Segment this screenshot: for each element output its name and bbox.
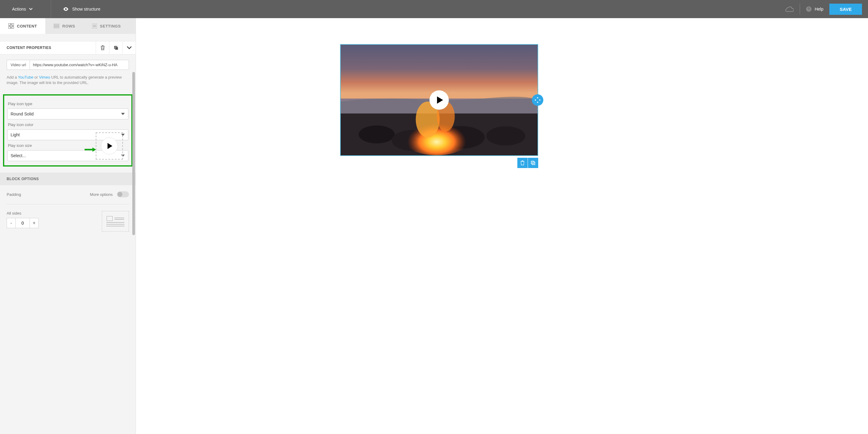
play-icon-circle <box>101 138 118 154</box>
svg-rect-27 <box>532 162 535 165</box>
padding-stepper: - + <box>7 218 39 228</box>
canvas-duplicate-button[interactable] <box>528 158 538 168</box>
padding-label: Padding <box>7 192 21 197</box>
all-sides-label: All sides <box>7 211 39 215</box>
play-icon <box>107 143 112 149</box>
chevron-down-icon <box>127 46 132 49</box>
cloud-save-icon[interactable] <box>785 6 794 12</box>
video-block[interactable] <box>340 44 538 156</box>
tab-rows[interactable]: ROWS <box>45 18 83 34</box>
padding-row: Padding More options <box>7 191 129 204</box>
svg-rect-4 <box>8 27 10 29</box>
svg-rect-7 <box>54 25 59 27</box>
play-icon-color-label: Play icon color <box>8 122 128 127</box>
copy-icon <box>531 161 535 165</box>
help-button[interactable]: ? Help <box>806 6 823 12</box>
svg-rect-5 <box>12 27 14 29</box>
play-icon-preview <box>96 133 123 160</box>
topbar-left: Actions Show structure <box>6 0 100 18</box>
more-options-label: More options <box>90 192 113 197</box>
svg-rect-6 <box>54 24 59 25</box>
tab-content-label: CONTENT <box>17 24 37 28</box>
svg-rect-8 <box>54 27 59 28</box>
tab-content[interactable]: CONTENT <box>0 18 45 34</box>
help-icon: ? <box>806 6 811 12</box>
save-button[interactable]: SAVE <box>829 4 862 15</box>
video-url-row: Video url <box>7 60 129 70</box>
panel-title: CONTENT PROPERTIES <box>7 46 96 50</box>
collapse-button[interactable] <box>122 41 135 54</box>
trash-icon <box>100 45 105 50</box>
stepper-decrement[interactable]: - <box>7 218 16 228</box>
show-structure-button[interactable]: Show structure <box>63 7 100 11</box>
play-icon-preview-wrap <box>96 133 123 160</box>
drag-handle[interactable] <box>532 94 543 106</box>
duplicate-button[interactable] <box>109 41 122 54</box>
trash-icon <box>520 161 525 165</box>
stepper-increment[interactable]: + <box>30 218 39 228</box>
sidebar-scrollbar[interactable] <box>132 72 135 241</box>
panel-header-actions <box>96 41 135 54</box>
tab-rows-label: ROWS <box>62 24 75 28</box>
more-options-toggle[interactable] <box>117 191 129 197</box>
play-icon-type-label: Play icon type <box>8 102 128 106</box>
main: CONTENT ROWS SETTINGS CONTENT PROPERTIES <box>0 18 868 434</box>
svg-point-19 <box>359 125 395 143</box>
svg-rect-14 <box>115 47 118 50</box>
tabs-filler <box>129 18 135 34</box>
canvas-delete-button[interactable] <box>517 158 528 168</box>
padding-diagram <box>102 211 129 232</box>
svg-text:?: ? <box>808 7 810 11</box>
scrollbar-thumb[interactable] <box>132 72 135 235</box>
svg-rect-26 <box>531 161 534 164</box>
svg-rect-2 <box>8 23 10 25</box>
stepper-value[interactable] <box>16 218 30 228</box>
tab-settings[interactable]: SETTINGS <box>84 18 129 34</box>
content-icon <box>8 23 14 29</box>
delete-button[interactable] <box>96 41 109 54</box>
actions-menu-button[interactable]: Actions <box>6 7 39 11</box>
sidebar-tabs: CONTENT ROWS SETTINGS <box>0 18 135 34</box>
copy-icon <box>114 45 118 50</box>
divider <box>800 4 800 15</box>
actions-label: Actions <box>12 7 26 11</box>
annotation-arrow-icon <box>85 147 96 152</box>
panel-body: Video url Add a YouTube or Vimeo URL to … <box>0 54 135 88</box>
topbar: Actions Show structure ? Help SAVE <box>0 0 868 18</box>
sidebar: CONTENT ROWS SETTINGS CONTENT PROPERTIES <box>0 18 136 434</box>
help-label: Help <box>814 7 823 11</box>
block-options-header: BLOCK OPTIONS <box>0 173 135 185</box>
canvas[interactable] <box>136 18 868 434</box>
video-play-overlay[interactable] <box>430 90 449 110</box>
rows-icon <box>54 24 59 28</box>
svg-rect-3 <box>12 23 14 25</box>
video-url-hint: Add a YouTube or Vimeo URL to automatica… <box>7 75 129 85</box>
all-sides-row: All sides - + <box>7 211 129 232</box>
video-url-input[interactable] <box>30 60 129 70</box>
svg-point-22 <box>486 126 525 145</box>
topbar-right: ? Help SAVE <box>785 4 862 15</box>
canvas-block-actions <box>517 158 538 168</box>
video-url-label: Video url <box>7 60 30 70</box>
tab-settings-label: SETTINGS <box>100 24 121 28</box>
play-icon-type-select[interactable]: Round Solid <box>7 109 128 119</box>
move-icon <box>534 97 540 103</box>
show-structure-label: Show structure <box>72 7 100 11</box>
play-icon <box>437 96 443 104</box>
chevron-down-icon <box>29 8 33 10</box>
content-properties-header: CONTENT PROPERTIES <box>0 41 135 54</box>
block-options-body: Padding More options All sides - + <box>0 185 135 237</box>
youtube-link[interactable]: YouTube <box>18 75 33 80</box>
eye-icon <box>63 7 68 11</box>
settings-icon <box>92 24 97 28</box>
vimeo-link[interactable]: Vimeo <box>39 75 50 80</box>
